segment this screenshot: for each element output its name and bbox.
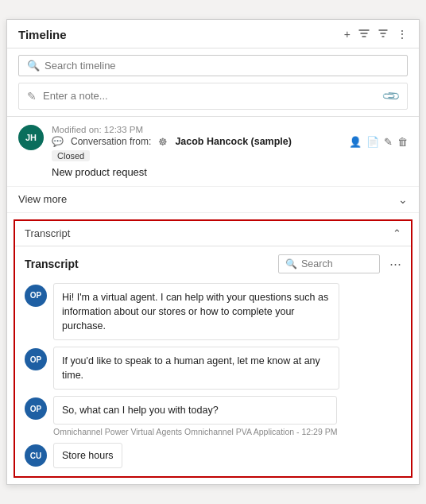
search-bar: 🔍 xyxy=(18,55,408,76)
msg-text-2: If you'd like to speak to a human agent,… xyxy=(53,347,339,390)
panel-header: Timeline + ⋮ xyxy=(7,20,419,48)
comment-icon: 💬 xyxy=(52,136,64,147)
op-avatar-2: OP xyxy=(25,348,47,370)
timeline-entry: JH Modified on: 12:33 PM 💬 Conversation … xyxy=(7,117,419,187)
status-badge: Closed xyxy=(52,150,90,161)
msg-bubble-2: If you'd like to speak to a human agent,… xyxy=(53,347,339,390)
transcript-search-box: 🔍 xyxy=(278,254,380,273)
chat-message-2: OP If you'd like to speak to a human age… xyxy=(25,347,401,390)
chat-message-3: OP So, what can I help you with today? O… xyxy=(25,396,401,436)
chevron-up-icon[interactable]: ⌃ xyxy=(393,227,401,239)
msg-meta-3: Omnichannel Power Virtual Agents Omnicha… xyxy=(53,427,337,436)
entry-content: Modified on: 12:33 PM 💬 Conversation fro… xyxy=(52,125,408,178)
msg-bubble-1: Hi! I'm a virtual agent. I can help with… xyxy=(53,283,339,340)
entry-meta: Modified on: 12:33 PM xyxy=(52,125,408,134)
msg-text-4: Store hours xyxy=(53,443,122,468)
edit-icon[interactable]: ✎ xyxy=(384,136,393,148)
user-icon: ☸ xyxy=(158,136,168,148)
transcript-header: Transcript ⌃ xyxy=(15,221,411,246)
chat-message-4: CU Store hours xyxy=(25,443,401,468)
msg-text-3: So, what can I help you with today? xyxy=(53,396,337,425)
msg-text-1: Hi! I'm a virtual agent. I can help with… xyxy=(53,283,339,340)
user-name: Jacob Hancock (sample) xyxy=(175,136,292,147)
conversation-label: Conversation from: xyxy=(71,136,151,147)
chat-message-1: OP Hi! I'm a virtual agent. I can help w… xyxy=(25,283,401,340)
transcript-more-icon[interactable]: ⋯ xyxy=(389,257,401,271)
more-icon[interactable]: ⋮ xyxy=(397,28,408,41)
transcript-toolbar: Transcript 🔍 ⋯ xyxy=(25,254,401,273)
pencil-icon: ✎ xyxy=(27,90,37,103)
cu-avatar-4: CU xyxy=(25,444,47,467)
timeline-panel: Timeline + ⋮ 🔍 ✎ 📎 JH xyxy=(6,19,420,486)
chat-messages: OP Hi! I'm a virtual agent. I can help w… xyxy=(25,283,401,469)
avatar: JH xyxy=(18,125,44,150)
transcript-section: Transcript ⌃ Transcript 🔍 ⋯ OP xyxy=(14,219,412,479)
sort-icon[interactable] xyxy=(378,28,389,41)
transcript-toolbar-right: 🔍 ⋯ xyxy=(278,254,401,273)
msg-bubble-3-wrap: So, what can I help you with today? Omni… xyxy=(53,396,337,436)
from-icons: 👤 📄 ✎ 🗑 xyxy=(349,136,408,148)
transcript-title: Transcript xyxy=(25,258,79,270)
assign-icon[interactable]: 👤 xyxy=(349,136,362,148)
transcript-search-input[interactable] xyxy=(301,258,373,269)
entry-from: 💬 Conversation from: ☸ Jacob Hancock (sa… xyxy=(52,136,408,148)
transcript-inner: Transcript 🔍 ⋯ OP Hi! I'm a virtual agen… xyxy=(15,246,411,477)
delete-icon[interactable]: 🗑 xyxy=(397,136,408,148)
search-icon: 🔍 xyxy=(27,60,40,72)
transcript-header-title: Transcript xyxy=(25,227,70,239)
attachment-icon[interactable]: 📎 xyxy=(381,86,401,107)
op-avatar-1: OP xyxy=(25,285,47,307)
header-icons: + ⋮ xyxy=(344,28,408,41)
msg-bubble-4-wrap: Store hours xyxy=(53,443,122,468)
chevron-down-icon: ⌄ xyxy=(398,193,408,206)
op-avatar-3: OP xyxy=(25,397,47,420)
search-input[interactable] xyxy=(45,60,399,72)
view-more-label: View more xyxy=(18,193,67,205)
note-input[interactable] xyxy=(43,90,384,102)
view-more-row[interactable]: View more ⌄ xyxy=(7,187,419,213)
add-icon[interactable]: + xyxy=(344,28,350,41)
transcript-search-icon: 🔍 xyxy=(285,258,297,269)
copy-icon[interactable]: 📄 xyxy=(366,136,379,148)
filter-icon[interactable] xyxy=(358,28,370,41)
panel-title: Timeline xyxy=(18,28,67,41)
note-bar: ✎ 📎 xyxy=(18,83,408,110)
entry-subject: New product request xyxy=(52,166,408,178)
